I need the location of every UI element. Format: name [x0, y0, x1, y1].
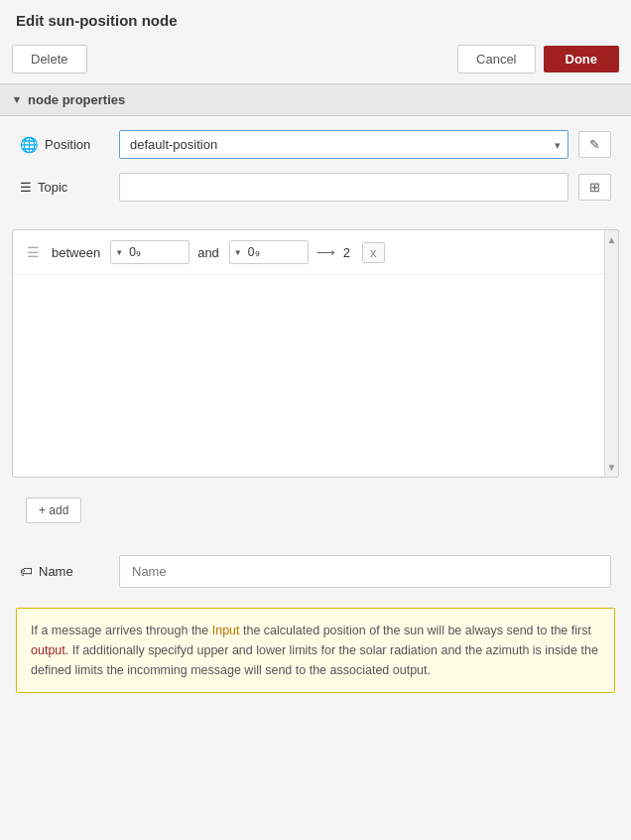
topic-label: ☰ Topic [20, 180, 109, 195]
properties-section: 🌐 Position default-position ▾ ✎ ☰ Topic … [0, 116, 631, 229]
position-field-row: 🌐 Position default-position ▾ ✎ [20, 130, 611, 159]
lines-icon: ☰ [20, 180, 32, 195]
delete-button[interactable]: Delete [12, 45, 87, 73]
between-rows: ☰ between ▼ 0₉ and ▼ 0₉ ⟶ 2 x [13, 230, 604, 275]
tag-icon: 🏷 [20, 564, 33, 579]
add-button[interactable]: + add [26, 497, 81, 523]
position-select-wrapper: default-position ▾ [119, 130, 568, 159]
name-input[interactable] [119, 555, 611, 588]
name-section: 🏷 Name [0, 541, 631, 598]
info-text-2: the calculated position of the sun will … [240, 624, 591, 637]
topic-input[interactable] [119, 173, 568, 202]
info-highlight-input: Input [212, 624, 240, 637]
and-label: and [197, 245, 219, 260]
info-highlight-output: output [31, 643, 65, 657]
second-num-select-wrapper: ▼ 0₉ [229, 240, 309, 264]
info-box: If a message arrives through the Input t… [16, 608, 615, 693]
toolbar: Delete Cancel Done [0, 39, 631, 83]
scroll-down-icon[interactable]: ▼ [605, 458, 619, 477]
info-text-1: If a message arrives through the [31, 624, 212, 637]
page-title: Edit sun-position node [0, 0, 631, 39]
section-label: node properties [28, 92, 125, 107]
globe-icon: 🌐 [20, 136, 39, 154]
copy-topic-button[interactable]: ⊞ [578, 174, 611, 201]
add-btn-wrapper: + add [0, 488, 631, 541]
done-button[interactable]: Done [544, 46, 620, 72]
between-row: ☰ between ▼ 0₉ and ▼ 0₉ ⟶ 2 x [13, 230, 604, 275]
name-label: 🏷 Name [20, 564, 109, 579]
edit-position-button[interactable]: ✎ [578, 131, 611, 158]
section-header[interactable]: ▾ node properties [0, 83, 631, 116]
close-row-button[interactable]: x [362, 242, 385, 263]
between-container: ▲ ▼ ☰ between ▼ 0₉ and ▼ 0₉ ⟶ 2 x [12, 229, 619, 478]
name-field-row: 🏷 Name [20, 555, 611, 588]
second-num-select[interactable]: 0₉ [229, 240, 309, 264]
between-prefix: between [52, 245, 100, 260]
info-text-3: . If additionally specifyd upper and low… [31, 643, 598, 677]
scroll-up-icon[interactable]: ▲ [605, 230, 619, 249]
drag-handle-icon[interactable]: ☰ [27, 244, 40, 260]
first-num-select[interactable]: 0₉ [110, 240, 189, 264]
topic-field-row: ☰ Topic ⊞ [20, 173, 611, 202]
chevron-down-icon: ▾ [14, 93, 20, 106]
output-number: 2 [343, 245, 350, 260]
first-num-select-wrapper: ▼ 0₉ [110, 240, 189, 264]
position-select[interactable]: default-position [119, 130, 568, 159]
cancel-button[interactable]: Cancel [457, 45, 535, 73]
scrollbar[interactable]: ▲ ▼ [604, 230, 618, 477]
arrow-right-icon: ⟶ [316, 245, 335, 260]
position-label: 🌐 Position [20, 136, 109, 154]
